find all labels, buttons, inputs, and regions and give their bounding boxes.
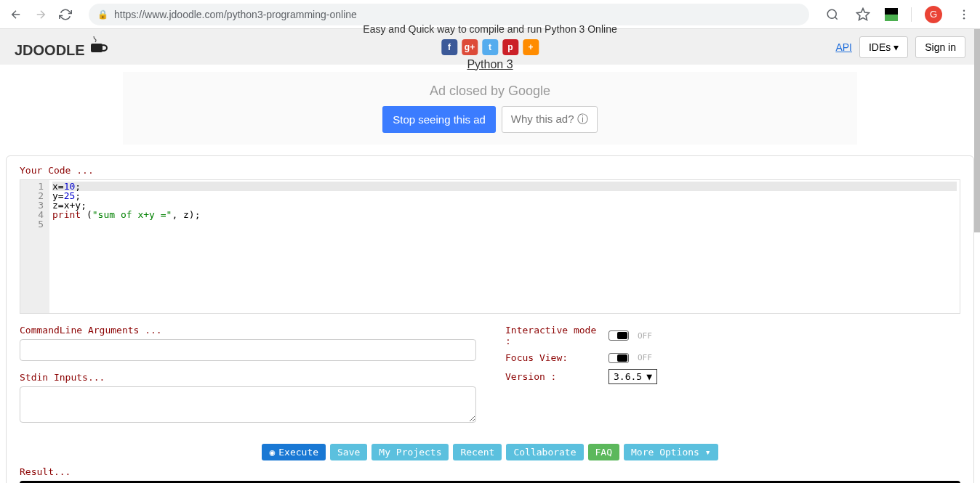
google-word: Google	[508, 84, 550, 98]
left-controls: CommandLine Arguments ... Stdin Inputs..…	[20, 325, 476, 426]
cmdline-label: CommandLine Arguments ...	[20, 325, 476, 336]
twitter-icon[interactable]: t	[482, 39, 498, 55]
reload-button[interactable]	[57, 6, 74, 23]
more-options-button[interactable]: More Options ▾	[624, 444, 718, 460]
interactive-toggle[interactable]	[609, 330, 629, 341]
svg-point-2	[963, 9, 965, 11]
code-line	[52, 219, 957, 229]
interactive-mode-row: Interactive mode : OFF	[505, 325, 960, 346]
pinterest-icon[interactable]: p	[502, 39, 518, 55]
why-label: Why this ad?	[511, 113, 574, 125]
focus-state: OFF	[638, 353, 652, 362]
version-select[interactable]: 3.6.5▼	[609, 369, 657, 384]
caret-down-icon: ▾	[705, 447, 711, 458]
version-label: Version :	[505, 371, 600, 382]
ides-label: IDEs	[869, 41, 891, 53]
forward-button[interactable]	[32, 6, 49, 23]
recent-button[interactable]: Recent	[453, 444, 502, 460]
tagline: Easy and Quick way to compile and run Py…	[363, 23, 616, 35]
code-line: print ("sum of x+y =", z);	[52, 210, 957, 219]
svg-point-4	[963, 17, 965, 19]
ad-banner: Ad closed by Google Stop seeing this ad …	[123, 72, 857, 145]
result-label: Result...	[20, 466, 960, 477]
logo-cup-icon	[87, 35, 108, 59]
divider	[911, 7, 912, 22]
toolbar-right: G	[824, 6, 973, 23]
page-scrollbar[interactable]	[974, 29, 980, 232]
back-button[interactable]	[7, 6, 25, 23]
interactive-state: OFF	[638, 331, 652, 341]
execute-label: Execute	[278, 447, 318, 458]
site-header: JDOODLE Easy and Quick way to compile an…	[0, 29, 980, 65]
version-row: Version : 3.6.5▼	[505, 369, 960, 384]
save-button[interactable]: Save	[330, 444, 367, 460]
cmdline-input[interactable]	[20, 339, 476, 361]
your-code-label: Your Code ...	[20, 165, 960, 176]
svg-point-0	[827, 9, 836, 18]
ad-prefix: Ad closed by	[430, 84, 508, 98]
url-text: https://www.jdoodle.com/python3-programm…	[114, 9, 800, 20]
extension-icon[interactable]	[885, 8, 898, 21]
focus-view-row: Focus View: OFF	[505, 352, 960, 363]
code-editor[interactable]: 1 2 3 4 5 x=10; y=25; z=x+y; print ("sum…	[20, 179, 960, 314]
social-buttons: f g+ t p +	[363, 39, 616, 55]
version-value: 3.6.5	[614, 371, 642, 382]
facebook-icon[interactable]: f	[441, 39, 457, 55]
header-right: API IDEs ▾ Sign in	[835, 36, 965, 58]
lock-icon: 🔒	[97, 9, 108, 20]
focus-toggle[interactable]	[609, 353, 629, 363]
collaborate-button[interactable]: Collaborate	[506, 444, 583, 460]
toggle-knob	[617, 332, 627, 339]
svg-marker-1	[857, 8, 869, 20]
interactive-label: Interactive mode :	[505, 325, 600, 346]
controls-row: CommandLine Arguments ... Stdin Inputs..…	[20, 325, 960, 426]
api-link[interactable]: API	[835, 41, 852, 53]
addthis-icon[interactable]: +	[523, 39, 539, 55]
address-bar[interactable]: 🔒 https://www.jdoodle.com/python3-progra…	[89, 4, 809, 25]
code-line: x=10;	[52, 182, 957, 191]
stop-seeing-ad-button[interactable]: Stop seeing this ad	[382, 106, 496, 133]
svg-rect-5	[91, 44, 103, 52]
more-label: More Options	[631, 447, 699, 458]
menu-dots-icon[interactable]	[955, 6, 973, 23]
right-controls: Interactive mode : OFF Focus View: OFF V…	[505, 325, 960, 426]
language-title[interactable]: Python 3	[363, 58, 616, 71]
ad-buttons: Stop seeing this ad Why this ad? ⓘ	[134, 106, 846, 133]
editor-panel: Your Code ... 1 2 3 4 5 x=10; y=25; z=x+…	[6, 155, 974, 483]
chevron-down-icon: ▾	[893, 41, 899, 53]
stdin-label: Stdin Inputs...	[20, 372, 476, 383]
code-line: y=25;	[52, 191, 957, 200]
info-icon: ⓘ	[577, 113, 588, 125]
my-projects-button[interactable]: My Projects	[371, 444, 449, 460]
signin-button[interactable]: Sign in	[915, 36, 965, 58]
logo[interactable]: JDOODLE	[15, 35, 108, 59]
execute-button[interactable]: ◉Execute	[262, 444, 326, 460]
code-content[interactable]: x=10; y=25; z=x+y; print ("sum of x+y ="…	[49, 180, 960, 313]
stdin-input[interactable]	[20, 386, 476, 423]
action-buttons: ◉Execute Save My Projects Recent Collabo…	[20, 444, 960, 460]
header-center: Easy and Quick way to compile and run Py…	[363, 23, 616, 71]
svg-point-3	[963, 13, 965, 15]
play-icon: ◉	[269, 447, 275, 458]
line-gutter: 1 2 3 4 5	[20, 180, 49, 313]
profile-avatar[interactable]: G	[925, 6, 942, 23]
zoom-icon[interactable]	[824, 6, 841, 23]
logo-text: JDOODLE	[15, 42, 85, 59]
gutter-line: 5	[22, 219, 44, 229]
dropdown-arrow-icon: ▼	[646, 371, 652, 382]
focus-label: Focus View:	[505, 352, 600, 363]
faq-button[interactable]: FAQ	[588, 444, 619, 460]
googleplus-icon[interactable]: g+	[462, 39, 478, 55]
why-this-ad-button[interactable]: Why this ad? ⓘ	[502, 106, 598, 133]
bookmark-star-icon[interactable]	[854, 6, 872, 23]
ides-dropdown[interactable]: IDEs ▾	[859, 36, 908, 58]
toggle-knob	[617, 354, 627, 362]
ad-closed-text: Ad closed by Google	[134, 84, 846, 99]
